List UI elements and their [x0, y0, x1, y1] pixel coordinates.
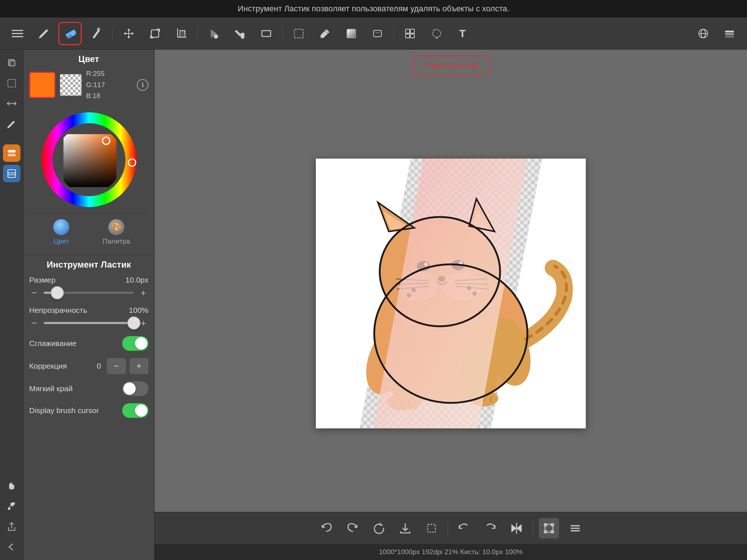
bottom-transform-btn[interactable] [539, 518, 559, 538]
bottom-refresh-btn[interactable] [369, 518, 389, 538]
notification-bar: Инструмент Ластик позволяет пользователя… [0, 0, 747, 18]
color-b-value: B:18 [86, 91, 105, 101]
correction-value: 0 [94, 362, 103, 370]
tool-title: Инструмент Ластик [29, 260, 148, 270]
toolbar-text-btn[interactable]: T [451, 22, 474, 45]
side-selection-btn[interactable] [3, 74, 20, 92]
size-thumb[interactable] [51, 286, 64, 299]
toolbar-layers-grid-btn[interactable] [398, 22, 422, 45]
status-bar: 1000*1000px 192dpi 21% Кисть: 10.0px 100… [155, 544, 747, 560]
side-transform-btn[interactable] [3, 95, 20, 112]
canvas-top: Очистить слой [155, 50, 747, 81]
side-duplicate-btn[interactable] [3, 54, 20, 71]
svg-rect-101 [570, 525, 580, 526]
bottom-rotate-cw-btn[interactable] [480, 518, 500, 538]
color-tabs: Цвет 🎨 Палитра [29, 214, 148, 250]
soft-edge-row: Мягкий край [29, 381, 148, 396]
bottom-redo-btn[interactable] [342, 518, 363, 538]
opacity-minus-btn[interactable]: − [29, 318, 39, 329]
left-panel: Цвет R:255 G:117 B:18 ℹ [23, 50, 155, 560]
bottom-flip-btn[interactable] [506, 518, 527, 538]
toolbar-paint-bucket-btn[interactable] [228, 22, 252, 45]
bottom-crop-btn[interactable] [421, 518, 442, 538]
toolbar-move-btn[interactable] [117, 22, 140, 45]
toolbar-divider-1 [112, 26, 113, 41]
soft-edge-toggle[interactable] [122, 381, 148, 396]
toolbar-select-pen-btn[interactable] [85, 22, 108, 45]
soft-edge-knob [123, 382, 136, 395]
svg-rect-33 [8, 170, 15, 178]
svg-rect-98 [551, 524, 553, 526]
display-brush-row: Display brush cursor [29, 403, 148, 418]
svg-rect-29 [8, 79, 15, 87]
bottom-download-btn[interactable] [395, 518, 415, 538]
toolbar-crop-btn[interactable] [170, 22, 193, 45]
toolbar-fill-btn[interactable] [202, 22, 225, 45]
toolbar-rectangle-btn[interactable] [255, 22, 278, 45]
svg-point-10 [241, 37, 244, 39]
svg-marker-94 [512, 525, 516, 531]
toolbar-lasso-btn[interactable] [425, 22, 448, 45]
svg-rect-99 [544, 530, 546, 533]
toolbar-color-pick-btn[interactable] [313, 22, 337, 45]
correction-label: Коррекция [29, 362, 67, 370]
cat-illustration [316, 159, 586, 428]
smoothing-knob [135, 337, 147, 350]
toolbar-gradient-btn[interactable] [340, 22, 363, 45]
opacity-track[interactable] [44, 322, 134, 324]
side-eyedrop-btn[interactable] [3, 497, 20, 515]
size-track[interactable] [44, 292, 134, 294]
app-body: Цвет R:255 G:117 B:18 ℹ [0, 50, 747, 560]
color-wheel-container[interactable] [29, 106, 148, 214]
svg-rect-26 [725, 36, 734, 38]
clear-layer-btn[interactable]: Очистить слой [413, 55, 489, 75]
svg-rect-1 [12, 33, 23, 34]
toolbar-eraser-btn[interactable] [58, 22, 82, 45]
tab-color[interactable]: Цвет [35, 217, 88, 248]
toolbar-globe-btn[interactable] [692, 22, 715, 45]
size-plus-btn[interactable]: + [138, 287, 148, 299]
bottom-toolbar [155, 512, 747, 544]
toolbar-divider-2 [197, 26, 198, 41]
toolbar-expand-btn[interactable] [143, 22, 167, 45]
size-minus-btn[interactable]: − [29, 287, 39, 299]
svg-rect-25 [725, 33, 734, 35]
side-brush-btn[interactable] [3, 115, 20, 133]
drawing-canvas[interactable] [316, 159, 586, 428]
bottom-undo-btn[interactable] [316, 518, 337, 538]
toolbar-selection-btn[interactable] [287, 22, 310, 45]
color-info-btn[interactable]: ℹ [137, 79, 148, 91]
size-controls: − + [29, 287, 148, 299]
bottom-menu-btn[interactable] [565, 518, 585, 538]
svg-rect-18 [406, 34, 410, 38]
tab-palette[interactable]: 🎨 Палитра [90, 217, 143, 248]
toolbar-pencil-btn[interactable] [32, 22, 55, 45]
toolbar-menu-btn[interactable] [6, 22, 29, 45]
correction-minus-btn[interactable]: − [107, 358, 126, 374]
side-back-btn[interactable] [3, 538, 20, 556]
opacity-label: Непрозрачность [29, 306, 87, 315]
status-text: 1000*1000px 192dpi 21% Кисть: 10.0px 100… [379, 548, 523, 556]
svg-rect-0 [12, 30, 23, 31]
display-brush-toggle[interactable] [122, 403, 148, 418]
toolbar-layers-btn[interactable] [718, 22, 741, 45]
toolbar-smudge-btn[interactable] [366, 22, 389, 45]
side-layer-blue-btn[interactable] [3, 165, 20, 182]
opacity-fill [44, 322, 134, 324]
svg-point-37 [8, 508, 10, 510]
side-share-btn[interactable] [3, 518, 20, 535]
svg-rect-28 [9, 61, 15, 66]
opacity-thumb[interactable] [127, 316, 140, 330]
primary-color-swatch[interactable] [29, 72, 55, 98]
size-label-row: Размер 10.0px [29, 276, 148, 284]
size-label: Размер [29, 276, 55, 284]
color-wheel-svg[interactable] [38, 109, 140, 211]
svg-rect-92 [427, 524, 435, 532]
side-layer-orange-btn[interactable] [3, 144, 20, 162]
side-hand-btn[interactable] [3, 477, 20, 494]
correction-plus-btn[interactable]: + [129, 358, 148, 374]
smoothing-toggle[interactable] [122, 336, 148, 351]
bottom-divider-2 [533, 521, 533, 536]
secondary-color-swatch[interactable] [60, 74, 82, 96]
bottom-rotate-ccw-btn[interactable] [454, 518, 474, 538]
